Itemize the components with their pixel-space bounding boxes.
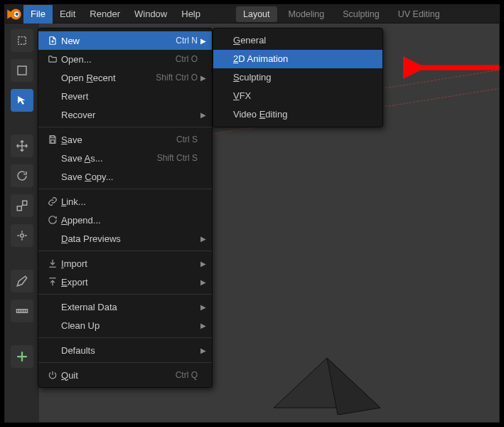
menu-item-label: Revert (61, 91, 198, 102)
svg-rect-11 (51, 136, 55, 138)
file-menu-import[interactable]: Import▶ (38, 254, 212, 273)
svg-rect-6 (18, 66, 26, 75)
menu-item-shortcut: Ctrl N (176, 36, 198, 46)
menu-window[interactable]: Window (127, 5, 174, 23)
new-submenu-video-editing[interactable]: Video Editing (213, 105, 382, 124)
menu-item-label: Save Copy... (61, 172, 198, 182)
menu-item-label: Clean Up (61, 320, 198, 331)
mesh-pyramid[interactable] (274, 358, 380, 415)
file-menu-defaults[interactable]: Defaults▶ (38, 341, 212, 359)
folder-icon (44, 54, 61, 64)
tab-modeling[interactable]: Modeling (282, 6, 332, 22)
chevron-right-icon: ▶ (198, 322, 206, 330)
menu-file[interactable]: File (23, 5, 53, 23)
tool-tweak[interactable] (11, 29, 33, 52)
file-menu-save-copy[interactable]: Save Copy... (38, 167, 212, 186)
append-icon (44, 215, 61, 225)
file-menu-export[interactable]: Export▶ (38, 273, 212, 291)
menu-item-label: Open Recent (61, 73, 151, 83)
menu-separator (38, 337, 212, 338)
menu-separator (38, 294, 212, 295)
chevron-right-icon: ▶ (198, 347, 206, 354)
new-submenu-general[interactable]: General (213, 31, 382, 50)
svg-rect-8 (23, 201, 27, 205)
file-menu-new[interactable]: NewCtrl N▶ (38, 31, 212, 50)
menu-item-label: Data Previews (61, 233, 198, 244)
menu-help[interactable]: Help (174, 5, 208, 23)
menu-item-shortcut: Shift Ctrl O (156, 73, 198, 83)
import-icon (44, 258, 61, 268)
tool-annotate[interactable] (11, 270, 33, 292)
menu-item-label: Export (61, 277, 198, 288)
menu-item-shortcut: Ctrl O (176, 54, 198, 64)
workspace-tabs: LayoutModelingSculptingUV Editing (236, 5, 447, 23)
menu-separator (38, 251, 212, 251)
file-menu-clean-up[interactable]: Clean Up▶ (38, 316, 212, 334)
menu-item-shortcut: Ctrl Q (176, 370, 198, 380)
svg-point-9 (21, 234, 24, 238)
chevron-right-icon: ▶ (198, 37, 206, 45)
tab-uv-editing[interactable]: UV Editing (391, 6, 447, 22)
chevron-right-icon: ▶ (198, 74, 206, 82)
chevron-right-icon: ▶ (198, 278, 206, 286)
menu-separator (38, 127, 212, 127)
file-new-submenu: General2D AnimationSculptingVFXVideo Edi… (213, 28, 383, 127)
menu-item-label: New (61, 36, 171, 46)
blender-logo-icon (5, 5, 23, 23)
tool-select-box[interactable] (11, 59, 33, 82)
file-menu-save-as[interactable]: Save As...Shift Ctrl S (38, 149, 212, 167)
file-menu-data-previews[interactable]: Data Previews▶ (38, 229, 212, 248)
app-window: FileEditRenderWindowHelp LayoutModelingS… (4, 4, 500, 423)
file-menu-external-data[interactable]: External Data▶ (38, 297, 212, 316)
menu-render[interactable]: Render (82, 5, 127, 23)
svg-rect-5 (18, 37, 26, 45)
tool-move[interactable] (11, 135, 33, 157)
file-menu-open[interactable]: Open...Ctrl O (38, 50, 212, 68)
top-menubar: FileEditRenderWindowHelp LayoutModelingS… (5, 5, 499, 23)
tab-layout[interactable]: Layout (236, 6, 277, 22)
file-menu-dropdown: NewCtrl N▶Open...Ctrl OOpen RecentShift … (38, 28, 213, 388)
menu-edit[interactable]: Edit (53, 5, 82, 23)
tool-rotate[interactable] (11, 164, 33, 187)
file-menu-append[interactable]: Append... (38, 211, 212, 229)
menu-item-shortcut: Shift Ctrl S (157, 153, 198, 163)
svg-point-2 (16, 12, 18, 15)
tool-measure[interactable] (11, 300, 33, 322)
menu-separator (38, 362, 212, 363)
menu-item-label: Import (61, 258, 198, 269)
power-icon (44, 370, 61, 380)
menu-separator (38, 189, 212, 189)
new-submenu-2d-animation[interactable]: 2D Animation (213, 50, 382, 68)
tool-transform[interactable] (11, 224, 33, 247)
tool-cursor[interactable] (11, 89, 33, 112)
menu-item-shortcut: Ctrl S (176, 135, 198, 144)
file-menu-open-recent[interactable]: Open RecentShift Ctrl O▶ (38, 68, 212, 87)
link-icon (44, 196, 61, 206)
chevron-right-icon: ▶ (198, 260, 206, 268)
tool-scale[interactable] (11, 194, 33, 217)
chevron-right-icon: ▶ (198, 303, 206, 311)
file-menu-recover[interactable]: Recover▶ (38, 105, 212, 124)
export-icon (44, 277, 61, 287)
menu-item-label: Append... (61, 215, 198, 226)
menu-item-label: Recover (61, 110, 198, 120)
svg-rect-7 (17, 206, 21, 211)
tab-sculpting[interactable]: Sculpting (336, 6, 386, 22)
file-new-icon (44, 36, 61, 46)
menu-item-label: Open... (61, 54, 171, 65)
menu-item-label: Quit (61, 370, 171, 381)
left-toolbar (5, 23, 39, 422)
menu-item-label: Link... (61, 196, 198, 207)
file-menu-save[interactable]: SaveCtrl S (38, 130, 212, 149)
menu-item-label: External Data (61, 302, 198, 312)
file-menu-link[interactable]: Link... (38, 192, 212, 211)
file-menu-revert[interactable]: Revert (38, 87, 212, 105)
file-menu-quit[interactable]: QuitCtrl Q (38, 366, 212, 384)
menu-item-label: Save As... (61, 153, 153, 164)
menu-item-label: Save (61, 135, 172, 145)
new-submenu-sculpting[interactable]: Sculpting (213, 68, 382, 87)
tool-add[interactable] (11, 345, 33, 368)
new-submenu-vfx[interactable]: VFX (213, 87, 382, 105)
save-icon (44, 135, 61, 144)
chevron-right-icon: ▶ (198, 111, 206, 119)
